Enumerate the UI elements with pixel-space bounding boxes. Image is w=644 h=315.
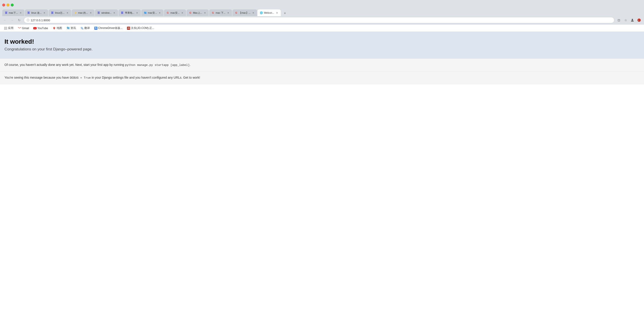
- chromedriver-icon: N: [94, 27, 98, 30]
- new-tab-button[interactable]: +: [282, 10, 288, 16]
- lock-icon: ⓘ: [27, 18, 29, 22]
- tab-close-icon[interactable]: ✕: [43, 11, 46, 14]
- svg-rect-3: [4, 27, 5, 27]
- bookmark-youtube[interactable]: YouTube: [32, 26, 50, 31]
- address-bar[interactable]: ⓘ 127.0.0.1:8000: [24, 17, 614, 23]
- bookmark-label: Gmail: [22, 27, 29, 30]
- close-button[interactable]: [2, 4, 5, 7]
- minimize-button[interactable]: [6, 4, 10, 7]
- bookmark-label: 京东(JD.COM)-正...: [131, 26, 154, 30]
- paragraph2-code3: True: [84, 76, 91, 80]
- tab-favicon: 🌐: [260, 11, 263, 14]
- bookmark-button[interactable]: ☆: [623, 18, 628, 23]
- maps-icon: [52, 27, 56, 30]
- tab-close-icon[interactable]: ✕: [66, 11, 69, 14]
- tab-favicon: 百: [51, 11, 54, 14]
- title-bar: [0, 0, 644, 8]
- bookmark-label: 翻译: [84, 26, 90, 30]
- tab-apple[interactable]: 百 苹果电... ✕: [118, 10, 141, 16]
- tab-label: Welcon...: [264, 12, 274, 14]
- hero-subtitle: Congratulations on your first Django–pow…: [4, 47, 640, 52]
- tab-close-icon[interactable]: ✕: [113, 11, 116, 14]
- tab-close-icon[interactable]: ✕: [276, 11, 278, 14]
- tabs-bar: 百 mac下... ✕ 百 linux 改... ✕ 百 linux怎... ✕…: [0, 8, 644, 16]
- tab-window[interactable]: 百 window... ✕: [95, 10, 118, 16]
- bookmark-jd[interactable]: JD 京东(JD.COM)-正...: [125, 26, 156, 31]
- address-bar-row: ← → ↻ ⓘ 127.0.0.1:8000 ⊡ ☆ !: [0, 16, 644, 25]
- info-paragraph2: You're seeing this message because you h…: [0, 72, 644, 84]
- tab-mac2[interactable]: ⚡ mac 的... ✕: [72, 10, 94, 16]
- tab-close-icon[interactable]: ✕: [203, 11, 206, 14]
- tab-label: mac下...: [9, 11, 18, 15]
- svg-rect-8: [6, 28, 7, 28]
- svg-text:!: !: [638, 19, 639, 21]
- svg-rect-9: [4, 29, 5, 29]
- menu-button[interactable]: !: [636, 18, 642, 23]
- tab-favicon: 百: [97, 11, 100, 14]
- bookmark-maps[interactable]: 地图: [51, 26, 64, 31]
- tab-favicon: ⚡: [74, 11, 77, 14]
- toolbar-right: ⊡ ☆ !: [616, 18, 642, 23]
- forward-button[interactable]: →: [10, 18, 15, 23]
- paragraph2-suffix: in your Django settings file and you hav…: [91, 76, 200, 79]
- tab-label: linux 改...: [31, 11, 42, 15]
- tab-linux2[interactable]: 百 linux怎... ✕: [48, 10, 71, 16]
- tab-close-icon[interactable]: ✕: [136, 11, 138, 14]
- paragraph1-prefix: Of course, you haven't actually done any…: [4, 63, 125, 67]
- bookmark-chromedriver[interactable]: N ChromeDriver各版...: [92, 26, 124, 31]
- bookmark-translate[interactable]: 翻译: [78, 26, 92, 31]
- tab-label: linux怎...: [55, 11, 65, 15]
- tab-close-icon[interactable]: ✕: [89, 11, 92, 14]
- tab-mac-down[interactable]: G mac 下... ✕: [209, 10, 232, 16]
- back-button[interactable]: ←: [2, 18, 8, 23]
- tab-close-icon[interactable]: ✕: [181, 11, 184, 14]
- paragraph2-code2: =: [78, 76, 84, 80]
- tab-label: mac安...: [148, 11, 157, 15]
- tab-close-icon[interactable]: ✕: [19, 11, 22, 14]
- tab-mac-security1[interactable]: 知 mac安... ✕: [141, 10, 164, 16]
- svg-rect-10: [5, 29, 6, 29]
- bookmark-gmail[interactable]: Gmail: [16, 26, 31, 31]
- tab-label: Mac上...: [193, 11, 202, 15]
- tab-linux1[interactable]: 百 linux 改... ✕: [25, 10, 48, 16]
- tab-label: 【mac】...: [239, 11, 250, 15]
- svg-rect-4: [5, 27, 6, 27]
- paragraph1-code: python manage.py startapp [app_label]: [125, 63, 190, 67]
- tab-mac1[interactable]: 百 mac下... ✕: [2, 10, 24, 16]
- refresh-button[interactable]: ↻: [16, 18, 22, 23]
- svg-rect-7: [5, 28, 6, 28]
- news-icon: 知: [66, 27, 70, 30]
- tab-favicon: G: [235, 11, 238, 14]
- bookmark-label: 应用: [8, 26, 14, 30]
- tab-close-icon[interactable]: ✕: [158, 11, 161, 14]
- svg-point-0: [632, 19, 633, 20]
- translate-icon: [80, 27, 84, 30]
- bookmark-apps[interactable]: 应用: [2, 26, 15, 31]
- maximize-button[interactable]: [11, 4, 14, 7]
- svg-rect-5: [6, 27, 7, 27]
- tab-mac-bracket[interactable]: G 【mac】... ✕: [232, 10, 257, 16]
- bookmark-label: 地图: [57, 26, 62, 30]
- tab-label: 苹果电...: [125, 11, 134, 15]
- profile-button[interactable]: [630, 18, 635, 23]
- screen-capture-button[interactable]: ⊡: [616, 18, 622, 23]
- apps-icon: [4, 27, 7, 30]
- tab-mac-up[interactable]: G Mac上... ✕: [186, 10, 209, 16]
- tab-label: window...: [102, 12, 112, 14]
- url-text: 127.0.0.1:8000: [31, 19, 612, 22]
- tab-close-icon[interactable]: ✕: [226, 11, 230, 14]
- hero-section: It worked! Congratulations on your first…: [0, 32, 644, 59]
- browser-chrome: 百 mac下... ✕ 百 linux 改... ✕ 百 linux怎... ✕…: [0, 0, 644, 32]
- paragraph2-code1: DEBUG: [70, 76, 78, 80]
- tab-favicon: 百: [27, 11, 30, 14]
- tab-mac-security2[interactable]: G mac安... ✕: [164, 10, 186, 16]
- tab-welcome[interactable]: 🌐 Welcon... ✕: [258, 10, 281, 16]
- tab-favicon: 百: [121, 11, 124, 14]
- gmail-icon: [18, 27, 21, 30]
- tab-label: mac 的...: [78, 11, 88, 15]
- tab-favicon: G: [212, 11, 214, 14]
- hero-title: It worked!: [4, 38, 640, 45]
- paragraph1-suffix: .: [190, 63, 190, 67]
- bookmark-news[interactable]: 知 资讯: [65, 26, 78, 31]
- tab-close-icon[interactable]: ✕: [252, 11, 255, 14]
